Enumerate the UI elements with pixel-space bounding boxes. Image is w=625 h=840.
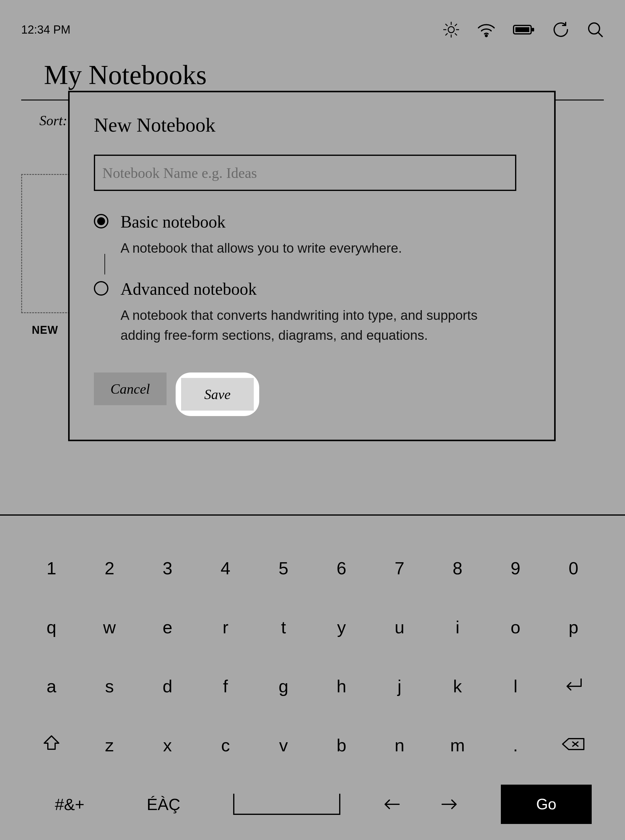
svg-line-5 [445,24,448,26]
svg-marker-15 [44,736,59,749]
keyboard-row-2: q w e r t y u i o p [33,598,592,657]
keyboard-row-1: 1 2 3 4 5 6 7 8 9 0 [33,539,592,598]
option-advanced-desc: A notebook that converts handwriting int… [121,305,508,345]
key-e[interactable]: e [149,617,186,637]
svg-line-6 [455,33,457,36]
save-button-highlight: Save [176,372,259,416]
key-4[interactable]: 4 [207,558,244,578]
key-7[interactable]: 7 [381,558,418,578]
key-l[interactable]: l [497,676,533,696]
key-g[interactable]: g [265,676,302,696]
key-m[interactable]: m [439,735,476,755]
save-button[interactable]: Save [181,378,254,411]
status-time: 12:34 PM [21,23,70,36]
keyboard-row-4: z x c v b n m . [33,716,592,775]
key-c[interactable]: c [207,735,244,755]
svg-line-14 [599,33,603,37]
new-notebook-tile[interactable] [21,174,70,313]
key-symbols[interactable]: #&+ [33,795,106,814]
dialog-title: New Notebook [94,113,530,136]
svg-line-8 [445,33,448,36]
key-w[interactable]: w [92,617,128,637]
option-basic-title: Basic notebook [121,212,402,231]
key-5[interactable]: 5 [265,558,302,578]
key-o[interactable]: o [497,617,533,637]
on-screen-keyboard: 1 2 3 4 5 6 7 8 9 0 q w e r t y u i o p … [0,539,625,834]
key-s[interactable]: s [92,676,128,696]
keyboard-row-5: #&+ ÉÀÇ Go [33,775,592,834]
keyboard-divider [0,515,625,516]
brightness-icon[interactable] [443,21,460,38]
key-period[interactable]: . [497,735,533,755]
key-i[interactable]: i [439,617,476,637]
svg-rect-12 [532,28,534,31]
status-bar: 12:34 PM [0,0,625,47]
option-basic-desc: A notebook that allows you to write ever… [121,238,402,258]
key-3[interactable]: 3 [149,558,186,578]
key-u[interactable]: u [381,617,418,637]
key-9[interactable]: 9 [497,558,533,578]
key-b[interactable]: b [323,735,360,755]
keyboard-row-3: a s d f g h j k l [33,657,592,716]
svg-point-9 [485,35,487,37]
new-notebook-dialog: New Notebook Basic notebook A notebook t… [68,91,556,441]
key-n[interactable]: n [381,735,418,755]
status-icons [443,21,604,38]
key-j[interactable]: j [381,676,418,696]
key-0[interactable]: 0 [555,558,592,578]
option-basic[interactable]: Basic notebook A notebook that allows yo… [94,212,530,258]
radio-advanced[interactable] [94,281,109,296]
svg-point-0 [448,26,454,33]
option-advanced[interactable]: Advanced notebook A notebook that conver… [94,279,530,345]
key-6[interactable]: 6 [323,558,360,578]
svg-rect-11 [515,27,529,32]
svg-line-7 [455,24,457,26]
key-x[interactable]: x [149,735,186,755]
wifi-icon[interactable] [477,22,495,37]
key-k[interactable]: k [439,676,476,696]
notebook-name-input[interactable] [94,155,516,191]
key-8[interactable]: 8 [439,558,476,578]
battery-icon[interactable] [513,23,535,36]
key-t[interactable]: t [265,617,302,637]
svg-marker-16 [563,739,584,750]
key-z[interactable]: z [92,735,128,755]
search-icon[interactable] [587,21,604,38]
sync-icon[interactable] [552,21,569,38]
text-cursor [104,254,105,274]
key-accents[interactable]: ÉÀÇ [127,795,200,814]
key-a[interactable]: a [33,676,70,696]
key-r[interactable]: r [207,617,244,637]
key-shift[interactable] [33,734,70,756]
key-backspace[interactable] [555,735,592,755]
svg-point-13 [589,23,600,34]
key-q[interactable]: q [33,617,70,637]
cancel-button[interactable]: Cancel [94,372,166,405]
key-space[interactable] [233,794,340,815]
option-advanced-title: Advanced notebook [121,279,508,299]
radio-basic[interactable] [94,214,109,228]
new-notebook-label: NEW [32,324,58,336]
key-v[interactable]: v [265,735,302,755]
key-d[interactable]: d [149,676,186,696]
key-2[interactable]: 2 [92,558,128,578]
key-1[interactable]: 1 [33,558,70,578]
key-h[interactable]: h [323,676,360,696]
key-arrow-right[interactable] [431,794,468,814]
key-f[interactable]: f [207,676,244,696]
key-p[interactable]: p [555,617,592,637]
key-go[interactable]: Go [501,785,592,824]
key-y[interactable]: y [323,617,360,637]
key-enter[interactable] [555,676,592,696]
key-arrow-left[interactable] [374,794,410,814]
